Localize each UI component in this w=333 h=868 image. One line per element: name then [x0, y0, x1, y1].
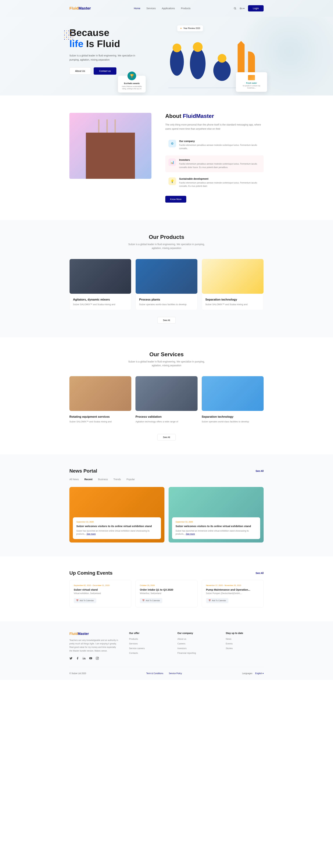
nav-home[interactable]: Home: [134, 7, 140, 10]
tab-all-news[interactable]: All News: [69, 478, 79, 482]
footer-link-careers[interactable]: Careers: [177, 642, 215, 645]
feature-sustainable-title: Sustainable development: [179, 178, 261, 180]
news-see-all-link[interactable]: See All: [256, 470, 264, 472]
svg-point-5: [193, 42, 203, 52]
chevron-down-icon: ▾: [243, 7, 244, 10]
product-title: Agitators, dynamic mixers: [73, 298, 128, 301]
add-calendar-button[interactable]: 📅Add To Calendar: [74, 598, 96, 603]
footer-link-about[interactable]: About us: [177, 638, 215, 640]
news-card[interactable]: September 02, 2020 Sulzer welcomes visit…: [169, 487, 264, 542]
product-card-separation[interactable]: Separation technology Sulzer SALOMIX™ an…: [202, 259, 264, 310]
feature-company-desc: Facilisi elementum penatibus aenean mole…: [179, 144, 261, 150]
login-button[interactable]: Login: [248, 5, 264, 11]
svg-point-4: [190, 48, 205, 79]
feature-sustainable[interactable]: 💡 Sustainable development Facilisi eleme…: [165, 174, 264, 191]
lang-label: Languages: [242, 672, 252, 675]
service-desc: Sulzer operates world-class facilities t…: [202, 420, 264, 423]
footer-link-financial[interactable]: Financial reporting: [177, 652, 215, 654]
logo[interactable]: FluidMaster: [69, 6, 91, 10]
search-icon[interactable]: [234, 7, 236, 10]
news-card[interactable]: September 02, 2020 Sulzer welcomes visit…: [69, 487, 164, 542]
feature-company[interactable]: ⚙ Our company Facilisi elementum penatib…: [165, 136, 264, 153]
about-us-button[interactable]: About Us: [69, 67, 91, 75]
footer-link-products[interactable]: Products: [129, 638, 167, 640]
feature-investors[interactable]: 📊 Investors Facilisi elementum penatibus…: [165, 155, 264, 172]
about-image: [69, 113, 152, 179]
about-desc: The only thing more personal than the ph…: [165, 123, 264, 131]
tab-popular[interactable]: Popular: [127, 478, 135, 482]
services-title: Our Services: [69, 351, 264, 358]
twitter-icon[interactable]: [69, 657, 72, 660]
event-title: Order intake Q1 to Q3 2020: [140, 588, 193, 591]
footer-link-services[interactable]: Services: [129, 642, 167, 645]
events-see-all-link[interactable]: See All: [256, 572, 264, 575]
award-left-desc: Gains Platinum sustainability rating, ra…: [121, 85, 143, 90]
service-desc: Sulzer SALOMIX™ and Scaba mixing and: [69, 420, 131, 423]
product-desc: Sulzer SALOMIX™ and Scaba mixing and: [205, 303, 260, 306]
nav-applications[interactable]: Applications: [162, 7, 175, 10]
product-card-agitators[interactable]: Agitators, dynamic mixers Sulzer SALOMIX…: [69, 259, 131, 310]
feature-investors-title: Investors: [179, 158, 261, 161]
events-section: Up Coming Events See All September 02, 2…: [0, 556, 333, 621]
lang-selector[interactable]: English ▾: [255, 672, 264, 675]
youtube-icon[interactable]: [89, 657, 92, 660]
footer-link-stories[interactable]: Stories: [226, 647, 264, 650]
contact-us-button[interactable]: Contact us: [94, 67, 116, 75]
news-date: September 02, 2020: [76, 521, 158, 523]
service-card-separation[interactable]: Separation technology Sulzer operates wo…: [202, 376, 264, 427]
footer-link-contacts[interactable]: Contacts: [129, 652, 167, 654]
copyright: © Sulzer Ltd 2020: [69, 672, 86, 675]
event-card: November 17, 2020 - November 20, 2020 Pu…: [202, 580, 264, 608]
ecovadis-award-card: 🏆 EcoVadis awards Gains Platinum sustain…: [118, 76, 146, 93]
language-selector[interactable]: En ▾: [240, 7, 244, 10]
service-card-validation[interactable]: Process validation Agitation technology …: [135, 376, 197, 427]
service-image: [202, 376, 264, 411]
hero-illustration: Fresh water for people in a desert city …: [160, 27, 264, 95]
hero-subtitle: Sulzer is a global leader in fluid engin…: [69, 54, 139, 62]
products-see-all-button[interactable]: See All: [157, 317, 176, 323]
news-item-title: Sulzer welcomes visitors to its online v…: [175, 524, 257, 528]
tab-business[interactable]: Business: [98, 478, 108, 482]
see-more-link[interactable]: See more: [186, 533, 195, 535]
award-right-desc: for people in a desert city PUMPING...: [239, 85, 264, 89]
facebook-icon[interactable]: [76, 657, 79, 660]
footer-link-news[interactable]: News: [226, 638, 264, 640]
product-image: [136, 259, 197, 294]
products-subtitle: Sulzer is a global leader in fluid engin…: [123, 242, 210, 250]
calendar-icon: 📅: [142, 599, 145, 602]
about-title: About FluidMaster: [165, 113, 264, 119]
tab-trends[interactable]: Trends: [113, 478, 121, 482]
products-title: Our Products: [69, 234, 264, 240]
linkedin-icon[interactable]: [82, 657, 86, 660]
footer-link-investors[interactable]: Investors: [177, 647, 215, 650]
terms-link[interactable]: Term & Conditions: [146, 672, 163, 675]
footer-link-events[interactable]: Events: [226, 642, 264, 645]
tab-recent[interactable]: Recent: [84, 478, 93, 482]
product-image: [70, 259, 131, 294]
award-icon: 🏆: [128, 71, 136, 80]
nav-services[interactable]: Services: [146, 7, 156, 10]
footer-logo[interactable]: FluidMaster: [69, 632, 119, 636]
product-card-process[interactable]: Process plants Sulzer operates world-cla…: [135, 259, 197, 310]
footer-link-service-careers[interactable]: Service careers: [129, 647, 167, 650]
see-more-link[interactable]: See more: [87, 533, 96, 535]
lang-label: En: [240, 7, 243, 10]
service-card-rotating[interactable]: Rotating equipment services Sulzer SALOM…: [69, 376, 131, 427]
add-calendar-button[interactable]: 📅Add To Calendar: [206, 598, 229, 603]
footer: FluidMaster Teachers are very knowledgea…: [0, 621, 333, 680]
feature-sustainable-desc: Facilisi elementum penatibus aenean mole…: [179, 181, 261, 188]
award-right-title: Fresh water: [239, 82, 264, 84]
nav-right: En ▾ Login: [234, 5, 264, 11]
event-card: September 02, 2020 - December 31, 2020 S…: [69, 580, 131, 608]
service-policy-link[interactable]: Service Policy: [169, 672, 182, 675]
add-calendar-button[interactable]: 📅Add To Calendar: [140, 598, 162, 603]
nav-products[interactable]: Products: [181, 7, 191, 10]
feature-investors-desc: Facilisi elementum penatibus aenean mole…: [179, 162, 261, 169]
services-see-all-button[interactable]: See All: [157, 434, 176, 440]
svg-point-12: [98, 657, 98, 658]
instagram-icon[interactable]: [96, 657, 99, 660]
news-section: News Portal See All All News Recent Busi…: [0, 454, 333, 556]
about-section: About FluidMaster The only thing more pe…: [0, 95, 333, 220]
product-title: Separation technology: [205, 298, 260, 301]
know-more-button[interactable]: Know More: [165, 196, 187, 203]
